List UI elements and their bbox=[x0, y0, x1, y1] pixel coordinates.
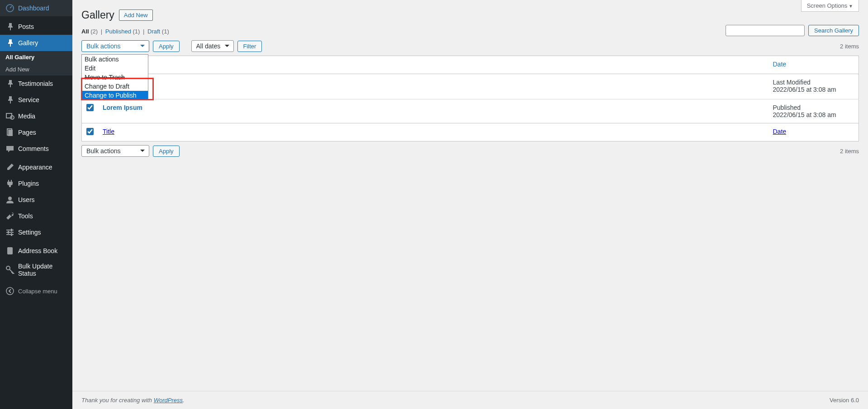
svg-rect-6 bbox=[6, 230, 14, 230]
sidebar-label: Bulk Update Status bbox=[18, 263, 69, 277]
screen-options-button[interactable]: Screen Options bbox=[801, 0, 859, 12]
wordpress-link[interactable]: WordPress bbox=[154, 397, 183, 404]
bulk-actions-select-top[interactable]: Bulk actions bbox=[81, 40, 149, 52]
sidebar-label: Settings bbox=[18, 229, 41, 236]
filter-draft[interactable]: Draft (1) bbox=[147, 28, 169, 35]
collapse-icon bbox=[5, 287, 14, 296]
svg-rect-12 bbox=[7, 247, 13, 254]
row-date-status: Published bbox=[773, 104, 854, 111]
wrench-icon bbox=[5, 212, 14, 221]
sidebar-item-appearance[interactable]: Appearance bbox=[0, 159, 72, 175]
sidebar-label: Plugins bbox=[18, 180, 39, 187]
col-title-footer[interactable]: Title bbox=[103, 128, 114, 135]
svg-rect-7 bbox=[6, 232, 14, 233]
sidebar-item-media[interactable]: Media bbox=[0, 108, 72, 124]
collapse-menu[interactable]: Collapse menu bbox=[0, 283, 72, 299]
apply-button-top[interactable]: Apply bbox=[153, 41, 180, 52]
items-count-top: 2 items bbox=[840, 43, 859, 50]
sidebar-label: Posts bbox=[18, 23, 34, 30]
sidebar-label: Pages bbox=[18, 129, 36, 136]
main-content: Screen Options Gallery Add New Search Ga… bbox=[72, 0, 868, 409]
row-date-timestamp: 2022/06/15 at 3:08 am bbox=[773, 86, 854, 93]
svg-point-5 bbox=[8, 197, 12, 200]
sidebar-label: Users bbox=[18, 196, 35, 203]
svg-rect-9 bbox=[11, 229, 12, 231]
sidebar-item-users[interactable]: Users bbox=[0, 192, 72, 208]
row-date-timestamp: 2022/06/15 at 3:08 am bbox=[773, 111, 854, 118]
table-row: Draft rash | Preview Last Modified 2022/… bbox=[82, 74, 859, 99]
filter-all[interactable]: All bbox=[81, 28, 89, 35]
svg-rect-4 bbox=[8, 130, 13, 136]
sidebar-sub-all-gallery[interactable]: All Gallery bbox=[0, 51, 72, 63]
sidebar-label: Address Book bbox=[18, 247, 57, 254]
sidebar-sub-add-new[interactable]: Add New bbox=[0, 63, 72, 75]
bulk-opt-change-to-draft[interactable]: Change to Draft bbox=[82, 82, 148, 91]
comment-icon bbox=[5, 144, 14, 153]
col-date-footer[interactable]: Date bbox=[773, 128, 787, 135]
sidebar-label: Appearance bbox=[18, 164, 52, 171]
sidebar-label: Testimonials bbox=[18, 80, 53, 87]
filter-published[interactable]: Published (1) bbox=[105, 28, 140, 35]
sidebar-label: Gallery bbox=[18, 39, 38, 47]
search-input[interactable] bbox=[726, 25, 805, 36]
sidebar-item-bulk-update-status[interactable]: Bulk Update Status bbox=[0, 259, 72, 281]
sidebar-item-service[interactable]: Service bbox=[0, 92, 72, 108]
sidebar-item-posts[interactable]: Posts bbox=[0, 19, 72, 35]
select-all-checkbox-bottom[interactable] bbox=[86, 128, 94, 135]
search-gallery-button[interactable]: Search Gallery bbox=[808, 25, 859, 36]
row-title-link[interactable]: Lorem Ipsum bbox=[103, 104, 142, 111]
sliders-icon bbox=[5, 228, 14, 237]
row-actions: rash | Preview bbox=[103, 88, 764, 94]
book-icon bbox=[5, 246, 14, 255]
posts-table: Title Date Draft rash | Preview Last Mod… bbox=[81, 56, 859, 141]
admin-sidebar: Dashboard Posts Gallery All Gallery Add … bbox=[0, 0, 72, 409]
sidebar-item-testimonials[interactable]: Testimonials bbox=[0, 75, 72, 92]
sidebar-item-plugins[interactable]: Plugins bbox=[0, 175, 72, 192]
svg-rect-8 bbox=[6, 234, 14, 235]
sidebar-item-settings[interactable]: Settings bbox=[0, 224, 72, 240]
sidebar-item-tools[interactable]: Tools bbox=[0, 208, 72, 224]
date-filter-select[interactable]: All dates bbox=[191, 40, 234, 52]
pin-icon bbox=[5, 79, 14, 88]
sidebar-label: Dashboard bbox=[18, 5, 49, 12]
pin-icon bbox=[5, 22, 14, 31]
user-icon bbox=[5, 195, 14, 204]
media-icon bbox=[5, 112, 14, 121]
sidebar-item-gallery[interactable]: Gallery bbox=[0, 35, 72, 51]
sidebar-label: Service bbox=[18, 96, 39, 103]
bulk-opt-edit[interactable]: Edit bbox=[82, 64, 148, 73]
sidebar-label: Comments bbox=[18, 145, 49, 152]
filter-button[interactable]: Filter bbox=[237, 41, 262, 52]
bulk-opt-change-to-publish[interactable]: Change to Publish bbox=[82, 91, 148, 100]
admin-footer: Thank you for creating with WordPress. V… bbox=[72, 391, 868, 409]
bulk-actions-select-bottom[interactable]: Bulk actions bbox=[81, 145, 149, 157]
items-count-bottom: 2 items bbox=[840, 148, 859, 155]
sidebar-item-address-book[interactable]: Address Book bbox=[0, 243, 72, 259]
bulk-opt-bulk-actions[interactable]: Bulk actions bbox=[82, 55, 148, 64]
sidebar-item-pages[interactable]: Pages bbox=[0, 124, 72, 141]
page-title: Gallery bbox=[81, 9, 114, 21]
table-row: Lorem Ipsum Published 2022/06/15 at 3:08… bbox=[82, 99, 859, 123]
add-new-button[interactable]: Add New bbox=[119, 9, 153, 21]
brush-icon bbox=[5, 163, 14, 172]
bulk-actions-dropdown: Bulk actions Edit Move to Trash Change t… bbox=[81, 54, 148, 100]
bulk-opt-move-to-trash[interactable]: Move to Trash bbox=[82, 73, 148, 82]
row-checkbox[interactable] bbox=[86, 104, 94, 111]
pin-icon bbox=[5, 95, 14, 104]
col-date-header[interactable]: Date bbox=[773, 61, 787, 68]
key-icon bbox=[5, 265, 14, 274]
svg-rect-10 bbox=[8, 231, 9, 234]
svg-rect-11 bbox=[11, 233, 12, 236]
sidebar-item-comments[interactable]: Comments bbox=[0, 141, 72, 157]
pin-icon bbox=[5, 38, 14, 47]
svg-point-13 bbox=[6, 266, 10, 270]
dashboard-icon bbox=[5, 4, 14, 13]
sidebar-item-dashboard[interactable]: Dashboard bbox=[0, 0, 72, 16]
svg-point-14 bbox=[6, 287, 14, 295]
apply-button-bottom[interactable]: Apply bbox=[153, 146, 180, 157]
pages-icon bbox=[5, 128, 14, 137]
row-date-status: Last Modified bbox=[773, 79, 854, 86]
sidebar-label: Tools bbox=[18, 212, 33, 220]
sidebar-label: Media bbox=[18, 113, 35, 120]
version-text: Version 6.0 bbox=[830, 397, 859, 404]
